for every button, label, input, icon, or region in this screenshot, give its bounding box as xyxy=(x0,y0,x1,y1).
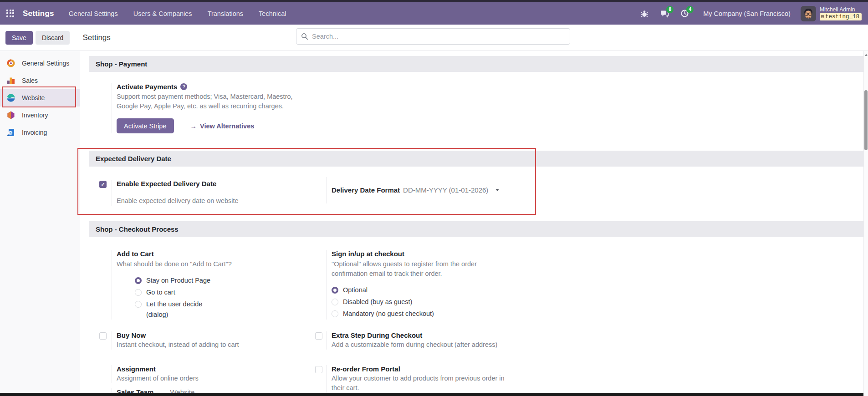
database-icon: ▤ xyxy=(821,15,824,19)
chevron-down-icon xyxy=(495,189,499,191)
menu-translations[interactable]: Translations xyxy=(208,10,243,17)
activate-payments-desc-2: Google Pay, Apple Pay, etc. as well as r… xyxy=(117,102,327,111)
sales-icon xyxy=(6,76,15,85)
reorder-title[interactable]: Re-order From Portal xyxy=(332,365,601,373)
setting-checkbox-pane xyxy=(310,250,327,320)
assignment-desc: Assignment of online orders xyxy=(117,374,327,383)
enable-expected-delivery-label[interactable]: Enable Expected Delivery Date xyxy=(117,180,327,188)
buy-now-title[interactable]: Buy Now xyxy=(117,331,327,339)
company-switcher[interactable]: My Company (San Francisco) xyxy=(703,10,791,17)
radio-icon[interactable] xyxy=(332,299,338,305)
delivery-date-format-select[interactable]: DD-MM-YYYY (01-01-2026) xyxy=(403,186,501,196)
reorder-checkbox[interactable] xyxy=(315,366,322,373)
menu-technical[interactable]: Technical xyxy=(259,10,286,17)
extra-step-checkbox[interactable] xyxy=(315,332,322,340)
search-box[interactable] xyxy=(296,28,570,45)
assignment-title: Assignment xyxy=(117,365,327,373)
sidebar-item-label: Invoicing xyxy=(22,129,47,136)
activate-payments-label: Activate Payments xyxy=(117,83,177,91)
user-menu[interactable]: Mitchell Admin ▤ testing_18 xyxy=(801,6,862,21)
radio-selected-icon[interactable] xyxy=(135,277,142,284)
setting-extra-step: Extra Step During Checkout Add a customi… xyxy=(310,331,601,350)
navbar-right: 8 4 My Company (San Francisco) Mitchell … xyxy=(639,6,862,21)
activate-payments-title: Activate Payments ? xyxy=(117,83,327,91)
radio-selected-icon[interactable] xyxy=(332,287,338,294)
section-shop-payment: Shop - Payment xyxy=(89,56,863,72)
navbar: Settings General Settings Users & Compan… xyxy=(0,2,868,25)
setting-checkbox-pane xyxy=(94,250,112,320)
sidebar-item-inventory[interactable]: Inventory xyxy=(0,107,80,124)
radio-label[interactable]: Go to cart xyxy=(146,289,175,296)
enable-expected-delivery-desc: Enable expected delivery date on website xyxy=(117,196,327,206)
scrollbar-thumb[interactable] xyxy=(864,90,868,150)
database-badge: ▤ testing_18 xyxy=(820,13,862,20)
discard-button[interactable]: Discard xyxy=(36,31,70,45)
arrow-right-icon: → xyxy=(190,122,197,130)
settings-content: Shop - Payment Activate Payments ? Suppo… xyxy=(80,51,863,396)
add-to-cart-title: Add to Cart xyxy=(117,250,327,258)
app-name[interactable]: Settings xyxy=(23,9,54,18)
database-name: testing_18 xyxy=(825,14,859,20)
menu-general-settings[interactable]: General Settings xyxy=(69,10,118,17)
radio-stay-on-product-page[interactable]: Stay on Product Page xyxy=(135,274,327,286)
extra-step-title[interactable]: Extra Step During Checkout xyxy=(332,331,601,339)
sign-in-desc-1: "Optional" allows guests to register fro… xyxy=(332,259,601,269)
setting-checkbox-pane xyxy=(310,177,327,203)
radio-disabled[interactable]: Disabled (buy as guest) xyxy=(332,296,601,308)
view-alternatives-link[interactable]: → View Alternatives xyxy=(190,122,255,130)
help-icon[interactable]: ? xyxy=(180,83,187,90)
apps-grid-icon[interactable] xyxy=(6,10,15,18)
activities-badge: 4 xyxy=(686,6,694,13)
sidebar-item-website[interactable]: Website xyxy=(0,89,80,107)
settings-sidebar: General Settings Sales Website Inventory… xyxy=(0,51,80,396)
radio-icon[interactable] xyxy=(135,301,142,308)
radio-let-user-decide-suffix: (dialog) xyxy=(146,310,327,320)
sidebar-item-invoicing[interactable]: $ Invoicing xyxy=(0,124,80,141)
vertical-scrollbar[interactable] xyxy=(863,51,868,396)
scroll-up-arrow-icon[interactable] xyxy=(865,54,868,56)
buy-now-checkbox[interactable] xyxy=(99,332,107,340)
setting-enable-expected-delivery: Enable Expected Delivery Date Enable exp… xyxy=(94,180,327,206)
search-input[interactable] xyxy=(312,33,565,40)
radio-label[interactable]: Stay on Product Page xyxy=(146,277,210,284)
radio-mandatory[interactable]: Mandatory (no guest checkout) xyxy=(332,308,601,320)
extra-step-desc: Add a customizable form during checkout … xyxy=(332,340,601,350)
section-shop-checkout-process: Shop - Checkout Process xyxy=(89,221,863,237)
sidebar-item-label: Inventory xyxy=(22,112,48,119)
radio-optional[interactable]: Optional xyxy=(332,284,601,296)
menu-users-companies[interactable]: Users & Companies xyxy=(133,10,192,17)
radio-icon[interactable] xyxy=(135,289,142,296)
setting-checkbox-pane xyxy=(94,365,112,383)
radio-let-user-decide[interactable]: Let the user decide xyxy=(135,298,327,310)
sign-in-title: Sign in/up at checkout xyxy=(332,250,601,258)
sidebar-item-general-settings[interactable]: General Settings xyxy=(0,55,80,72)
messages-icon[interactable]: 8 xyxy=(659,9,669,18)
section-expected-delivery-date: Expected Delivery Date xyxy=(89,151,863,167)
avatar xyxy=(801,6,816,21)
user-info: Mitchell Admin ▤ testing_18 xyxy=(820,6,862,20)
enable-expected-delivery-checkbox[interactable] xyxy=(99,181,107,188)
sidebar-item-sales[interactable]: Sales xyxy=(0,72,80,89)
activate-stripe-button[interactable]: Activate Stripe xyxy=(117,118,174,133)
user-name: Mitchell Admin xyxy=(820,6,855,13)
setting-buy-now: Buy Now Instant checkout, instead of add… xyxy=(94,331,327,350)
radio-label[interactable]: Optional xyxy=(343,286,368,294)
radio-label[interactable]: Disabled (buy as guest) xyxy=(343,298,412,305)
delivery-date-format-value: DD-MM-YYYY (01-01-2026) xyxy=(403,186,488,194)
general-settings-icon xyxy=(6,59,15,68)
reorder-desc-1: Allow your customer to add products from… xyxy=(332,374,601,383)
inventory-icon xyxy=(6,111,15,120)
reorder-desc-2: their cart. xyxy=(332,383,601,393)
sidebar-item-label: Website xyxy=(22,94,45,102)
save-button[interactable]: Save xyxy=(5,31,33,45)
activities-icon[interactable]: 4 xyxy=(679,9,689,18)
sign-in-desc-2: confirmation email to track their order. xyxy=(332,269,601,279)
nav-menu: General Settings Users & Companies Trans… xyxy=(69,10,286,17)
bug-icon[interactable] xyxy=(639,9,649,18)
radio-go-to-cart[interactable]: Go to cart xyxy=(135,286,327,298)
messages-badge: 8 xyxy=(666,6,674,13)
radio-icon[interactable] xyxy=(332,310,338,317)
radio-label[interactable]: Mandatory (no guest checkout) xyxy=(343,310,434,317)
radio-label[interactable]: Let the user decide xyxy=(146,300,202,308)
view-alternatives-label: View Alternatives xyxy=(200,122,254,130)
